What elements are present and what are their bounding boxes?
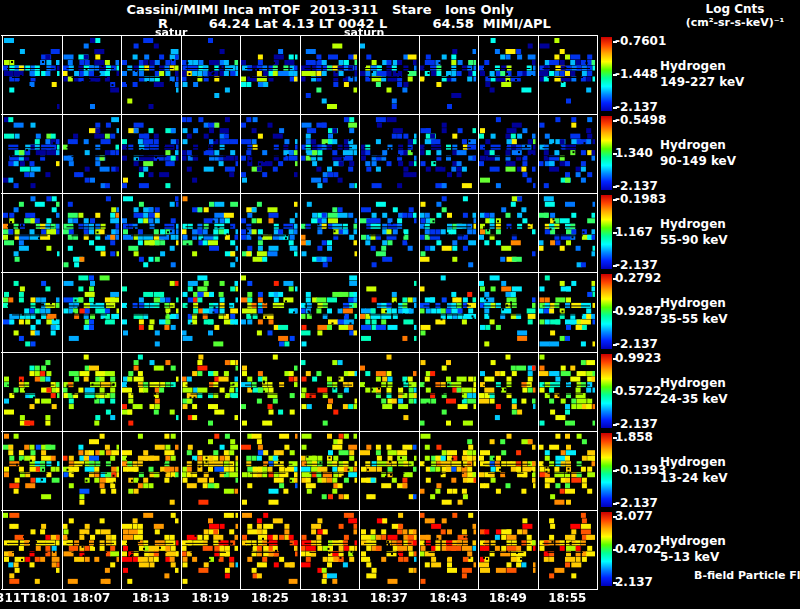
colorbar-scale-bottom: -2.137	[615, 259, 658, 272]
time-tick-label: 18:43	[429, 592, 467, 605]
row-energy-label: 35-55 keV	[660, 313, 728, 326]
colorbar-scale-bottom: -2.137	[615, 497, 658, 510]
colorbar-units-title: Log Cnts	[660, 3, 800, 16]
colorbar-scale-top: -0.5498	[615, 114, 666, 127]
row-species-label: Hydrogen	[660, 297, 726, 310]
time-tick-label: 18:19	[191, 592, 229, 605]
colorbar	[601, 274, 612, 348]
time-tick-label: 18:07	[72, 592, 110, 605]
colorbar-scale-top: -0.1983	[615, 193, 666, 206]
row-species-label: Hydrogen	[660, 377, 726, 390]
time-tick-label: 18:49	[489, 592, 527, 605]
row-species-label: Hydrogen	[660, 139, 726, 152]
time-tick-label: 18:55	[548, 592, 586, 605]
row-species-label: Hydrogen	[660, 218, 726, 231]
colorbar-scale-mid: -1.448	[615, 68, 658, 81]
colorbar	[601, 195, 612, 269]
colorbar-scale-top: 0.2792	[615, 272, 661, 285]
cassini-mimi-plot-window: Cassini/MIMI Inca mTOF 2013-311 Stare Io…	[0, 0, 800, 609]
row-species-label: Hydrogen	[660, 535, 726, 548]
bfield-flow-label: B-field Particle Flow	[694, 570, 800, 582]
colorbar	[601, 433, 612, 507]
time-tick-label: 18:37	[370, 592, 408, 605]
colorbar	[601, 512, 612, 586]
time-tick-label: 18:31	[310, 592, 348, 605]
saturn-marker-right: saturn	[344, 27, 384, 39]
colorbar	[601, 116, 612, 190]
colorbar-scale-mid: 1.340	[615, 147, 653, 160]
colorbar-scale-bottom: 2.137	[615, 576, 653, 589]
saturn-marker-left: satur	[155, 27, 187, 39]
row-energy-label: 55-90 keV	[660, 234, 728, 247]
colorbar-scale-top: 3.077	[615, 510, 653, 523]
time-tick-label: 18:25	[251, 592, 289, 605]
colorbar-scale-mid: 1.167	[615, 226, 653, 239]
colorbar-scale-bottom: -2.137	[615, 338, 658, 351]
colorbar-scale-mid: -0.1393	[615, 464, 666, 477]
colorbar-scale-top: 0.9923	[615, 352, 661, 365]
plot-title: Cassini/MIMI Inca mTOF 2013-311 Stare Io…	[20, 3, 620, 17]
colorbar	[601, 37, 612, 111]
colorbar-scale-top: -0.7601	[615, 35, 666, 48]
row-energy-label: 24-35 keV	[660, 393, 728, 406]
colorbar-scale-mid: 0.4702	[615, 543, 661, 556]
colorbar-scale-mid: 0.5722	[615, 385, 661, 398]
row-species-label: Hydrogen	[660, 60, 726, 73]
row-energy-label: 13-24 keV	[660, 472, 728, 485]
row-energy-label: 90-149 keV	[660, 155, 736, 168]
colorbar-scale-top: 1.858	[615, 431, 653, 444]
time-tick-label: 311T18:01	[0, 592, 67, 605]
heatmap-canvas	[0, 33, 600, 593]
time-tick-label: 18:13	[132, 592, 170, 605]
row-energy-label: 5-13 keV	[660, 551, 719, 564]
colorbar-scale-mid: 0.9287	[615, 305, 661, 318]
row-species-label: Hydrogen	[660, 456, 726, 469]
colorbar-units-formula: (cm²-sr-s-keV)⁻¹	[660, 17, 800, 29]
colorbar-scale-bottom: -2.137	[615, 180, 658, 193]
colorbar-scale-bottom: -2.137	[615, 101, 658, 114]
colorbar-scale-bottom: -2.137	[615, 418, 658, 431]
colorbar	[601, 354, 612, 428]
row-energy-label: 149-227 keV	[660, 76, 744, 89]
